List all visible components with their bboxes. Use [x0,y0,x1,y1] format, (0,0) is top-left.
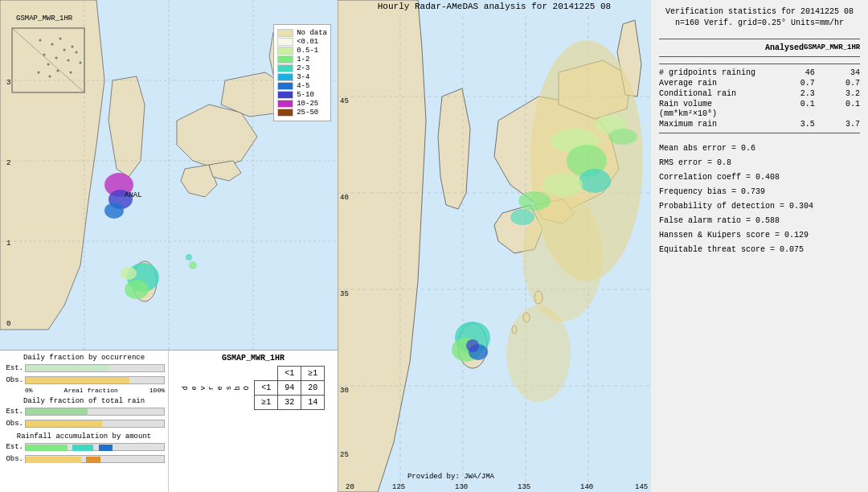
svg-point-68 [506,305,571,402]
contingency-area: GSMAP_MWR_1HR Observed <1 ≥1 <1 [169,351,338,492]
stats-val1-0: 46 [775,68,815,77]
svg-point-20 [121,267,137,280]
stats-label-1: Average rain [659,79,770,88]
stats-row-4: Maximum rain 3.5 3.7 [659,119,860,129]
right-map-title: Hourly Radar-AMeDAS analysis for 2014122… [338,2,651,11]
svg-point-67 [522,193,603,322]
accumulation-title: Rainfall accumulation by amount [3,433,165,441]
svg-text:3: 3 [6,79,10,87]
metric-6: Hanssen & Kuipers score = 0.129 [659,228,860,243]
right-map-area: Hourly Radar-AMeDAS analysis for 2014122… [338,0,651,492]
stats-row-3: Rain volume (mm*km²×10⁶) 0.1 0.1 [659,99,860,119]
stats-val2-3: 0.1 [820,100,860,118]
legend-12: 1-2 [297,55,309,64]
svg-text:1: 1 [6,240,10,248]
svg-point-36 [70,72,72,74]
obs-label-1: Obs. [3,376,23,384]
divider-1 [659,39,860,39]
stats-val1-1: 0.7 [775,79,815,88]
svg-point-73 [518,191,551,211]
est-label-3: Est. [3,443,23,451]
svg-text:45: 45 [340,97,349,105]
svg-point-28 [43,54,46,56]
divider-2 [659,56,860,57]
col-analysed-header: Analysed [760,43,804,52]
metric-5: False alarm ratio = 0.588 [659,214,860,228]
stats-row-2: Conditional rain 2.3 3.2 [659,88,860,99]
svg-point-72 [542,173,583,197]
svg-point-25 [59,38,62,40]
legend-001: <0.01 [297,38,318,46]
stats-section: Verification statistics for 20141225 08 … [651,0,868,492]
svg-text:40: 40 [340,194,349,202]
svg-point-74 [510,209,534,225]
metric-3: Frequency bias = 0.739 [659,185,860,199]
stats-label-3: Rain volume (mm*km²×10⁶) [659,100,770,118]
legend-510: 5-10 [297,91,314,99]
left-map-area: GSMAP_MWR_1HR estimates for 20141225 08 [0,0,338,350]
svg-point-32 [76,51,78,54]
svg-text:35: 35 [340,290,349,298]
verification-title: Verification statistics for 20141225 08 … [659,6,860,29]
occurrence-chart: Daily fraction by occurrence Est. Obs. 0… [3,354,165,394]
legend-051: 0.5-1 [297,47,318,55]
axis-start-1: 0% [25,387,33,394]
svg-point-37 [49,76,51,78]
obs-label-2: Obs. [3,420,23,428]
cell-c: 32 [278,396,301,410]
charts-area: Daily fraction by occurrence Est. Obs. 0… [0,351,169,492]
stats-label-4: Maximum rain [659,120,770,129]
metric-2: Correlation coeff = 0.408 [659,170,860,185]
svg-point-17 [104,203,124,219]
svg-point-71 [579,169,611,193]
right-metrics: Mean abs error = 0.6 RMS error = 0.8 Cor… [659,141,860,257]
svg-text:ANAL: ANAL [125,191,142,199]
svg-text:30: 30 [340,387,349,395]
svg-point-24 [51,43,54,46]
accumulation-chart: Rainfall accumulation by amount Est. Obs… [3,433,165,465]
stats-val1-4: 3.5 [775,120,815,129]
metric-0: Mean abs error = 0.6 [659,141,860,156]
obs-label-3: Obs. [3,455,23,463]
cell-b: 20 [301,381,325,396]
metric-1: RMS error = 0.8 [659,156,860,170]
stats-header: Analysed GSMAP_MWR_1HR [659,43,860,53]
right-section: Hourly Radar-AMeDAS analysis for 2014122… [338,0,651,492]
svg-point-22 [186,254,192,260]
svg-text:145: 145 [635,483,648,491]
svg-point-80 [608,129,637,145]
cell-a: 94 [278,381,301,396]
col-ge1: ≥1 [301,367,325,381]
observed-label: Observed [182,386,251,390]
svg-point-78 [466,339,479,352]
stats-val2-0: 34 [820,68,860,77]
svg-point-21 [189,261,197,269]
legend-34: 3-4 [297,73,309,81]
svg-text:25: 25 [340,451,349,459]
svg-text:135: 135 [518,483,530,491]
svg-point-29 [55,57,58,59]
axis-mid-1: Areal fraction [64,387,118,394]
svg-point-33 [80,62,82,64]
svg-point-19 [125,280,149,299]
rain-chart: Daily fraction of total rain Est. Obs. [3,397,165,429]
svg-text:0: 0 [6,320,10,328]
col-gsmap-header: GSMAP_MWR_1HR [804,43,860,52]
axis-end-1: 100% [149,387,165,394]
contingency-table: <1 ≥1 <1 94 20 ≥1 32 14 [254,366,325,410]
stats-val2-2: 3.2 [820,89,860,98]
stats-label-0: # gridpoints raining [659,68,770,77]
svg-point-30 [68,59,70,62]
legend-1025: 10-25 [297,100,318,108]
svg-text:Provided by: JWA/JMA: Provided by: JWA/JMA [407,473,495,481]
svg-point-34 [38,72,40,74]
stats-label-2: Conditional rain [659,89,770,98]
svg-text:GSMAP_MWR_1HR: GSMAP_MWR_1HR [16,14,73,23]
rain-title: Daily fraction of total rain [3,397,165,405]
row-ge1: ≥1 [255,396,278,410]
svg-point-23 [39,39,42,42]
right-map-svg: 45 40 35 30 25 125 130 135 140 145 20 Pr… [338,0,651,492]
page-layout: GSMAP_MWR_1HR estimates for 20141225 08 [0,0,868,492]
legend-23: 2-3 [297,64,309,72]
occurrence-title: Daily fraction by occurrence [3,354,165,362]
